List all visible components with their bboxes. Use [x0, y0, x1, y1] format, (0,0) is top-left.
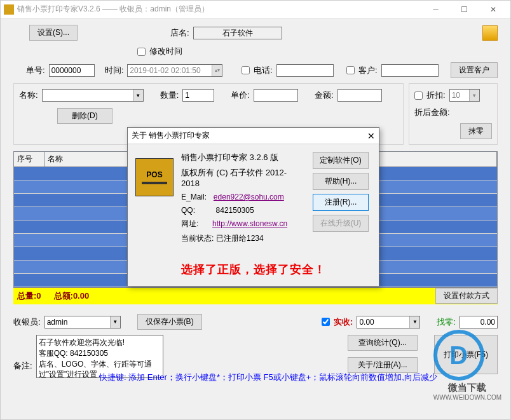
actual-checkbox[interactable]	[322, 318, 330, 326]
col-seq[interactable]: 序号	[14, 152, 44, 166]
edit-time-label: 修改时间	[149, 46, 182, 57]
dialog-slogan: 选择了正版，选择了安全！	[128, 255, 379, 286]
phone-checkbox[interactable]	[242, 66, 250, 74]
register-button[interactable]: 注册(R)...	[313, 194, 369, 211]
upgrade-button: 在线升级(U)	[313, 215, 369, 232]
actual-combo[interactable]: 0.00▼	[357, 316, 420, 329]
pay-method-button[interactable]: 设置付款方式	[435, 288, 498, 304]
dialog-close-button[interactable]: ✕	[367, 131, 375, 141]
name-label: 名称:	[19, 90, 38, 101]
dialog-info: 销售小票打印专家 3.2.6 版 版权所有 (C) 石子软件 2012-2018…	[181, 152, 305, 248]
time-label: 时间:	[105, 65, 124, 76]
app-icon	[4, 4, 14, 15]
amount-label: 金额:	[315, 90, 334, 101]
after-discount-label: 折后金额:	[414, 107, 450, 118]
shop-name-field[interactable]: 石子软件	[193, 27, 282, 39]
change-label: 找零:	[437, 316, 456, 328]
qty-input[interactable]	[182, 89, 214, 102]
name-combo[interactable]: ▼	[42, 89, 144, 102]
phone-label: 电话:	[254, 65, 273, 76]
remark-label: 备注:	[13, 360, 32, 372]
cashier-label: 收银员:	[13, 316, 41, 328]
pos-icon: POS	[135, 158, 174, 196]
product-line: 销售小票打印专家 3.2.6 版	[181, 152, 305, 163]
about-register-button[interactable]: 关于/注册(A)...	[348, 357, 418, 373]
calculator-icon[interactable]	[482, 25, 498, 41]
time-picker[interactable]: 2019-01-02 02:01:50 ▴▾	[127, 64, 222, 77]
cashier-combo[interactable]: admin▼	[44, 316, 121, 329]
price-label: 单价:	[231, 90, 250, 101]
customer-checkbox[interactable]	[346, 66, 355, 74]
print-button[interactable]: 打印小票(F5)	[434, 335, 498, 374]
wipe-button[interactable]: 抹零	[460, 123, 492, 139]
set-customer-button[interactable]: 设置客户	[451, 62, 498, 78]
edit-time-checkbox[interactable]	[137, 48, 146, 56]
copyright-line: 版权所有 (C) 石子软件 2012-2018	[181, 167, 305, 188]
phone-input[interactable]	[276, 64, 334, 77]
discount-combo[interactable]: 10▼	[449, 89, 480, 102]
about-dialog: 关于 销售小票打印专家 ✕ POS 销售小票打印专家 3.2.6 版 版权所有 …	[127, 127, 379, 287]
minimize-button[interactable]: ─	[421, 1, 450, 18]
order-input[interactable]	[49, 64, 95, 77]
change-input[interactable]	[460, 316, 498, 329]
discount-label: 折扣:	[426, 90, 446, 101]
close-button[interactable]: ✕	[479, 1, 507, 18]
query-button[interactable]: 查询统计(Q)...	[348, 335, 418, 351]
custom-software-button[interactable]: 定制软件(O)	[313, 152, 369, 169]
qty-label: 数量:	[160, 90, 179, 101]
website-link[interactable]: http://www.stonesw.cn	[212, 219, 287, 228]
maximize-button[interactable]: ☐	[450, 1, 479, 18]
discount-checkbox[interactable]	[414, 91, 423, 100]
footer-hint: 快捷键: 添加 Enter；换行小键盘*；打印小票 F5或小键盘+；鼠标滚轮向前…	[13, 372, 511, 383]
total-amount: 总额:0.00	[54, 290, 90, 302]
settings-button[interactable]: 设置(S)...	[29, 25, 78, 41]
shop-label: 店名:	[170, 27, 189, 39]
customer-input[interactable]	[381, 64, 439, 77]
total-qty: 总量:0	[17, 290, 41, 302]
email-link[interactable]: eden922@sohu.com	[214, 193, 284, 201]
titlebar: 销售小票打印专家V3.2.6 —— 收银员：admin（管理员） ─ ☐ ✕	[1, 1, 510, 18]
save-only-button[interactable]: 仅保存小票(B)	[137, 314, 202, 330]
help-button[interactable]: 帮助(H)...	[313, 173, 369, 190]
amount-input[interactable]	[337, 89, 382, 102]
actual-label: 实收:	[334, 316, 353, 328]
customer-label: 客户:	[358, 65, 378, 76]
delete-button[interactable]: 删除(D)	[57, 108, 112, 124]
price-input[interactable]	[254, 89, 298, 102]
order-label: 单号:	[26, 65, 45, 76]
time-spinner[interactable]: ▴▾	[212, 65, 222, 76]
window-title: 销售小票打印专家V3.2.6 —— 收银员：admin（管理员）	[17, 4, 209, 15]
dialog-title: 关于 销售小票打印专家	[132, 130, 210, 141]
